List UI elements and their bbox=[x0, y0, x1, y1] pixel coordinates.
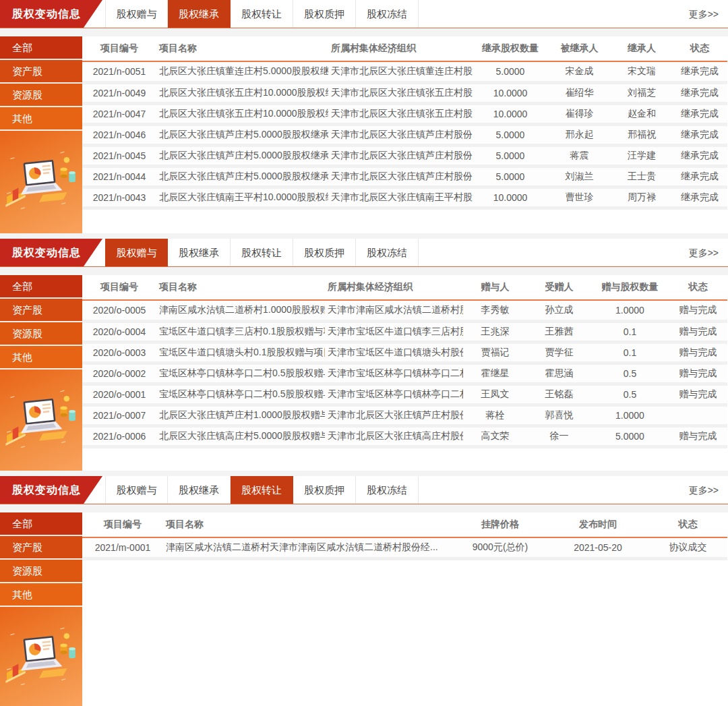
sidebar-item-other[interactable]: 其他 bbox=[0, 107, 82, 131]
column-header: 项目名称 bbox=[156, 275, 325, 300]
sidebar-item-all[interactable]: 全部 bbox=[0, 512, 82, 536]
sidebar-item-other[interactable]: 其他 bbox=[0, 583, 82, 607]
cell: 王雅茜 bbox=[527, 321, 591, 342]
data-table: 项目编号项目名称所属村集体经济组织继承股权数量被继承人继承人状态 2021/n-… bbox=[82, 36, 727, 210]
table-area: 项目编号项目名称挂牌价格发布时间状态 2021/m-0001津南区咸水沽镇二道桥… bbox=[82, 512, 728, 706]
section-title: 股权变动信息 bbox=[12, 247, 81, 258]
sidebar-item-other[interactable]: 其他 bbox=[0, 346, 82, 370]
sidebar-item-all[interactable]: 全部 bbox=[0, 36, 82, 60]
section-title: 股权变动信息 bbox=[12, 8, 81, 20]
cell: 1.0000 bbox=[591, 405, 669, 425]
sidebar-item-asset-shares[interactable]: 资产股 bbox=[0, 299, 82, 322]
cell: 10.0000 bbox=[473, 187, 547, 208]
column-header: 发布时间 bbox=[547, 512, 648, 537]
tab-gift[interactable]: 股权赠与 bbox=[105, 239, 168, 266]
tab-freeze[interactable]: 股权冻结 bbox=[356, 239, 419, 266]
table-row[interactable]: 2021/n-0049北辰区大张庄镇张五庄村10.0000股股权继...天津市北… bbox=[82, 82, 727, 103]
cell: 蒋栓 bbox=[463, 405, 527, 425]
cell: 天津市北辰区大张庄镇高庄村股份... bbox=[325, 425, 463, 446]
sidebar-item-asset-shares[interactable]: 资产股 bbox=[0, 60, 82, 84]
cell: 2021/n-0047 bbox=[82, 103, 156, 124]
table-row[interactable]: 2020/o-0001宝坻区林亭口镇林亭口二村0.5股股权赠与...天津市宝坻区… bbox=[82, 384, 727, 405]
data-table: 项目编号项目名称所属村集体经济组织赠与人受赠人赠与股权数量状态 2020/o-0… bbox=[82, 275, 727, 448]
tabs: 股权赠与股权继承股权转让股权质押股权冻结 bbox=[105, 476, 419, 504]
table-row[interactable]: 2021/n-0045北辰区大张庄镇芦庄村5.0000股股权继承...天津市北辰… bbox=[82, 145, 727, 166]
table-row[interactable]: 2021/n-0051北辰区大张庄镇董连庄村5.0000股股权继...天津市北辰… bbox=[82, 61, 727, 82]
table-row[interactable]: 2021/n-0047北辰区大张庄镇张五庄村10.0000股股权继...天津市北… bbox=[82, 103, 727, 124]
cell: 霍继星 bbox=[463, 363, 527, 384]
table-row[interactable]: 2021/o-0006北辰区大张庄镇高庄村5.0000股股权赠与...天津市北辰… bbox=[82, 425, 727, 446]
cell: 2021/m-0001 bbox=[82, 537, 163, 558]
bar-chart-icon bbox=[5, 188, 25, 207]
cell: 10.0000 bbox=[473, 82, 547, 103]
cell: 继承完成 bbox=[672, 187, 727, 208]
sidebar-item-resource-shares[interactable]: 资源股 bbox=[0, 84, 82, 107]
table-row[interactable]: 2020/o-0004宝坻区牛道口镇李三店村0.1股股权赠与项目天津市宝坻区牛道… bbox=[82, 321, 727, 342]
column-header: 所属村集体经济组织 bbox=[328, 36, 473, 61]
sidebar-item-resource-shares[interactable]: 资源股 bbox=[0, 560, 82, 583]
more-link[interactable]: 更多>> bbox=[689, 239, 728, 266]
column-header: 被继承人 bbox=[547, 36, 611, 61]
tab-inheritance[interactable]: 股权继承 bbox=[168, 239, 231, 266]
tab-transfer[interactable]: 股权转让 bbox=[231, 476, 293, 504]
cell: 天津市北辰区大张庄镇芦庄村股份... bbox=[328, 145, 473, 166]
cell: 继承完成 bbox=[672, 103, 727, 124]
cell: 10.0000 bbox=[473, 103, 547, 124]
column-header: 状态 bbox=[648, 512, 727, 537]
cell: 崔绍华 bbox=[547, 82, 611, 103]
cell: 蒋震 bbox=[547, 145, 611, 166]
tab-inheritance[interactable]: 股权继承 bbox=[168, 0, 231, 28]
tab-transfer[interactable]: 股权转让 bbox=[231, 0, 293, 28]
cell: 天津市宝坻区林亭口镇林亭口二村... bbox=[325, 363, 463, 384]
cell: 5.0000 bbox=[591, 425, 669, 446]
tab-freeze[interactable]: 股权冻结 bbox=[356, 0, 419, 28]
cell: 津南区咸水沽镇二道桥村天津市津南区咸水沽镇二道桥村股份经... bbox=[163, 537, 453, 558]
tab-pledge[interactable]: 股权质押 bbox=[293, 0, 356, 28]
more-link[interactable]: 更多>> bbox=[689, 0, 728, 28]
cell: 5.0000 bbox=[473, 166, 547, 187]
tabs: 股权赠与股权继承股权转让股权质押股权冻结 bbox=[105, 239, 419, 266]
table-row[interactable]: 2021/m-0001津南区咸水沽镇二道桥村天津市津南区咸水沽镇二道桥村股份经.… bbox=[82, 537, 727, 558]
tab-inheritance[interactable]: 股权继承 bbox=[168, 476, 231, 504]
cell: 霍思涵 bbox=[527, 363, 591, 384]
sidebar-item-all[interactable]: 全部 bbox=[0, 275, 82, 299]
sidebar-item-resource-shares[interactable]: 资源股 bbox=[0, 322, 82, 346]
cell: 2020/o-0004 bbox=[82, 321, 156, 342]
sidebar-illustration-panel bbox=[0, 370, 82, 471]
cell: 赠与完成 bbox=[669, 425, 727, 446]
cell: 天津市北辰区大张庄镇芦庄村股份... bbox=[328, 166, 473, 187]
column-header: 赠与股权数量 bbox=[591, 275, 669, 300]
tab-pledge[interactable]: 股权质押 bbox=[293, 476, 356, 504]
bar-chart-icon bbox=[5, 664, 25, 683]
laptop-analytics-illustration bbox=[3, 387, 79, 454]
column-header: 继承人 bbox=[611, 36, 672, 61]
table-row[interactable]: 2020/o-0002宝坻区林亭口镇林亭口二村0.5股股权赠与...天津市宝坻区… bbox=[82, 363, 727, 384]
cell: 2020/o-0003 bbox=[82, 342, 156, 363]
table-row[interactable]: 2021/o-0007北辰区大张庄镇芦庄村1.0000股股权赠与...天津市北辰… bbox=[82, 405, 727, 425]
tab-freeze[interactable]: 股权冻结 bbox=[356, 476, 419, 504]
cell: 王铭磊 bbox=[527, 384, 591, 405]
cell: 天津市北辰区大张庄镇芦庄村股份... bbox=[325, 405, 463, 425]
table-row[interactable]: 2020/o-0003宝坻区牛道口镇塘头村0.1股股权赠与项目天津市宝坻区牛道口… bbox=[82, 342, 727, 363]
tab-gift[interactable]: 股权赠与 bbox=[105, 0, 168, 28]
tab-transfer[interactable]: 股权转让 bbox=[231, 239, 293, 266]
cell: 贾福记 bbox=[463, 342, 527, 363]
table-row[interactable]: 2020/o-0005津南区咸水沽镇二道桥村1.0000股股权赠...天津市津南… bbox=[82, 300, 727, 321]
table-row[interactable]: 2021/n-0043北辰区大张庄镇南王平村10.0000股股权继...天津市北… bbox=[82, 187, 727, 208]
more-link[interactable]: 更多>> bbox=[689, 476, 728, 504]
sidebar-item-asset-shares[interactable]: 资产股 bbox=[0, 536, 82, 560]
cell: 赠与完成 bbox=[669, 384, 727, 405]
table-row[interactable]: 2021/n-0044北辰区大张庄镇芦庄村5.0000股股权继承...天津市北辰… bbox=[82, 166, 727, 187]
table-row[interactable]: 2021/n-0046北辰区大张庄镇芦庄村5.0000股股权继承...天津市北辰… bbox=[82, 124, 727, 145]
tab-pledge[interactable]: 股权质押 bbox=[293, 239, 356, 266]
cell: 刘淑兰 bbox=[547, 166, 611, 187]
cell: 继承完成 bbox=[672, 61, 727, 82]
cell: 赠与完成 bbox=[669, 321, 727, 342]
cell: 高文荣 bbox=[463, 425, 527, 446]
cell: 2021/o-0006 bbox=[82, 425, 156, 446]
cell: 津南区咸水沽镇二道桥村1.0000股股权赠... bbox=[156, 300, 325, 321]
section-content: 全部资产股资源股其他 bbox=[0, 512, 728, 706]
column-header: 所属村集体经济组织 bbox=[325, 275, 463, 300]
column-header: 挂牌价格 bbox=[453, 512, 547, 537]
tab-gift[interactable]: 股权赠与 bbox=[105, 476, 168, 504]
